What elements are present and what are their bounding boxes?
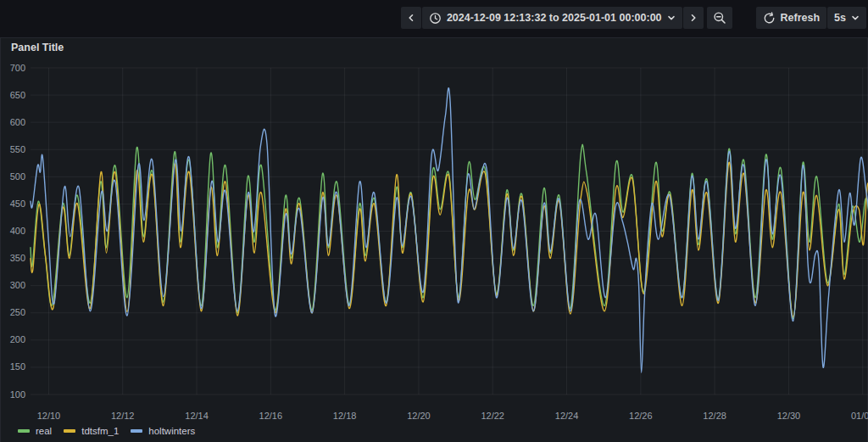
time-forward-button[interactable] bbox=[683, 7, 704, 29]
clock-icon bbox=[429, 12, 442, 25]
legend: realtdtsfm_1holtwinters bbox=[18, 426, 207, 436]
time-range-picker[interactable]: 2024-12-09 12:13:32 to 2025-01-01 00:00:… bbox=[422, 7, 682, 29]
x-tick-label: 12/10 bbox=[37, 411, 61, 421]
y-tick-label: 650 bbox=[10, 90, 25, 100]
y-tick-label: 500 bbox=[10, 171, 25, 182]
y-tick-label: 550 bbox=[10, 144, 25, 154]
panel-title[interactable]: Panel Title bbox=[11, 42, 64, 53]
y-tick-label: 700 bbox=[10, 63, 25, 73]
legend-label: holtwinters bbox=[148, 426, 195, 436]
legend-item-tdtsfm_1[interactable]: tdtsfm_1 bbox=[64, 426, 119, 436]
x-tick-label: 12/26 bbox=[629, 411, 653, 421]
x-tick-label: 12/12 bbox=[111, 411, 135, 421]
refresh-group: Refresh 5s bbox=[756, 7, 866, 29]
y-tick-label: 100 bbox=[10, 389, 25, 400]
x-tick-label: 12/28 bbox=[703, 411, 726, 421]
legend-swatch bbox=[131, 429, 142, 433]
y-tick-label: 450 bbox=[10, 199, 25, 209]
x-tick-label: 12/20 bbox=[407, 411, 431, 421]
series-holtwinters bbox=[31, 88, 868, 373]
top-toolbar: 2024-12-09 12:13:32 to 2025-01-01 00:00:… bbox=[401, 7, 866, 29]
refresh-interval-value: 5s bbox=[834, 12, 846, 24]
legend-swatch bbox=[18, 429, 30, 433]
y-tick-label: 600 bbox=[10, 117, 25, 127]
y-tick-label: 200 bbox=[10, 334, 25, 344]
chevron-left-icon bbox=[407, 14, 415, 22]
legend-label: tdtsfm_1 bbox=[81, 426, 119, 436]
refresh-button[interactable]: Refresh bbox=[756, 7, 827, 29]
refresh-icon bbox=[763, 12, 776, 25]
x-tick-label: 12/30 bbox=[777, 411, 801, 421]
zoom-out-button[interactable] bbox=[707, 7, 732, 29]
x-tick-label: 12/22 bbox=[481, 411, 504, 421]
chevron-right-icon bbox=[689, 14, 698, 22]
time-series-chart[interactable]: 1001502002503003504004505005506006507001… bbox=[0, 0, 868, 442]
gridlines bbox=[31, 68, 868, 394]
x-tick-label: 12/16 bbox=[259, 411, 283, 421]
chevron-down-icon bbox=[667, 14, 676, 22]
chevron-down-icon bbox=[851, 14, 860, 22]
refresh-interval-dropdown[interactable]: 5s bbox=[827, 7, 866, 29]
y-tick-label: 250 bbox=[10, 307, 25, 317]
series-group bbox=[31, 88, 868, 373]
refresh-label: Refresh bbox=[781, 12, 821, 24]
legend-item-holtwinters[interactable]: holtwinters bbox=[131, 426, 195, 436]
y-tick-label: 400 bbox=[10, 226, 25, 236]
legend-label: real bbox=[36, 426, 52, 436]
time-range-label: 2024-12-09 12:13:32 to 2025-01-01 00:00:… bbox=[447, 12, 662, 24]
x-tick-label: 01/01 bbox=[851, 411, 868, 421]
x-tick-label: 12/24 bbox=[555, 411, 579, 421]
time-back-button[interactable] bbox=[401, 7, 421, 29]
y-tick-label: 150 bbox=[10, 361, 25, 372]
legend-item-real[interactable]: real bbox=[18, 426, 52, 436]
y-tick-label: 350 bbox=[10, 253, 25, 263]
x-tick-label: 12/14 bbox=[185, 411, 209, 421]
zoom-out-icon bbox=[713, 11, 726, 25]
legend-swatch bbox=[64, 429, 75, 433]
y-tick-label: 300 bbox=[10, 280, 25, 290]
x-tick-label: 12/18 bbox=[333, 411, 357, 421]
series-tdtsfm_1 bbox=[31, 162, 868, 316]
time-picker-group: 2024-12-09 12:13:32 to 2025-01-01 00:00:… bbox=[401, 7, 704, 29]
